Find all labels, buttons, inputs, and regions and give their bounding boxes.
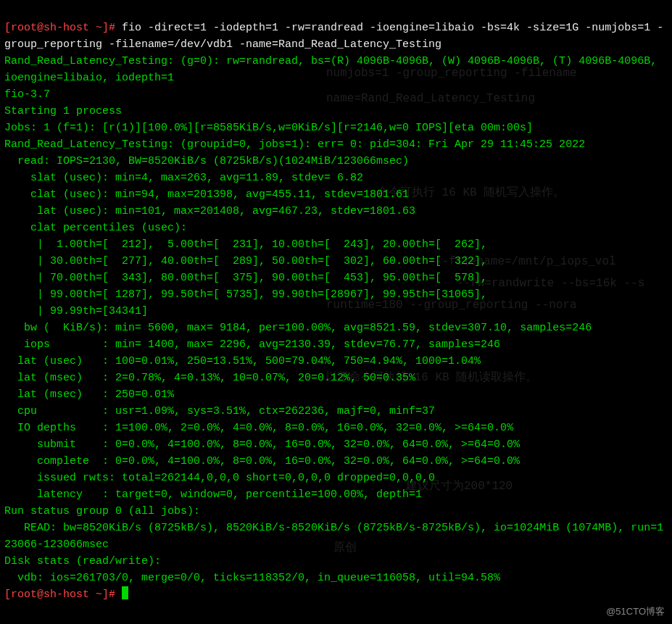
output-line: latency : target=0, window=0, percentile… xyxy=(4,486,668,503)
output-line: Starting 1 process xyxy=(4,103,668,120)
cursor xyxy=(122,586,128,599)
terminal-output[interactable]: [root@sh-host ~]# fio -direct=1 -iodepth… xyxy=(0,0,672,623)
output-line: Disk stats (read/write): xyxy=(4,553,668,570)
output-line: iops : min= 1400, max= 2296, avg=2130.39… xyxy=(4,336,668,353)
output-line: | 99.00th=[ 1287], 99.50th=[ 5735], 99.9… xyxy=(4,286,668,303)
output-line: slat (usec): min=4, max=263, avg=11.89, … xyxy=(4,170,668,186)
output-line: cpu : usr=1.09%, sys=3.51%, ctx=262236, … xyxy=(4,403,668,420)
output-line: READ: bw=8520KiB/s (8725kB/s), 8520KiB/s… xyxy=(4,520,668,553)
output-line: clat (usec): min=94, max=201398, avg=455… xyxy=(4,186,668,203)
watermark: @51CTO博客 xyxy=(606,603,665,620)
output-line: | 70.00th=[ 343], 80.00th=[ 375], 90.00t… xyxy=(4,270,668,286)
output-line: fio-3.7 xyxy=(4,86,668,103)
output-line: submit : 0=0.0%, 4=100.0%, 8=0.0%, 16=0.… xyxy=(4,436,668,453)
output-line: bw ( KiB/s): min= 5600, max= 9184, per=1… xyxy=(4,320,668,336)
output-line: Rand_Read_Latency_Testing: (groupid=0, j… xyxy=(4,136,668,153)
shell-prompt-2: [root@sh-host ~]# xyxy=(4,588,122,601)
output-line: read: IOPS=2130, BW=8520KiB/s (8725kB/s)… xyxy=(4,153,668,170)
output-line: issued rwts: total=262144,0,0,0 short=0,… xyxy=(4,470,668,486)
output-line: clat percentiles (usec): xyxy=(4,220,668,236)
output-line: | 1.00th=[ 212], 5.00th=[ 231], 10.00th=… xyxy=(4,236,668,253)
output-line: | 30.00th=[ 277], 40.00th=[ 289], 50.00t… xyxy=(4,253,668,270)
output-line: lat (msec) : 250=0.01% xyxy=(4,386,668,403)
output-line: | 99.99th=[34341] xyxy=(4,303,668,320)
output-line: Rand_Read_Latency_Testing: (g=0): rw=ran… xyxy=(4,53,668,86)
output-line: complete : 0=0.0%, 4=100.0%, 8=0.0%, 16=… xyxy=(4,453,668,470)
output-line: lat (usec) : 100=0.01%, 250=13.51%, 500=… xyxy=(4,353,668,370)
output-line: vdb: ios=261703/0, merge=0/0, ticks=1183… xyxy=(4,570,668,586)
output-line: lat (msec) : 2=0.78%, 4=0.13%, 10=0.07%,… xyxy=(4,370,668,386)
output-line: Jobs: 1 (f=1): [r(1)][100.0%][r=8585KiB/… xyxy=(4,120,668,136)
output-line: Run status group 0 (all jobs): xyxy=(4,503,668,520)
output-line: lat (usec): min=101, max=201408, avg=467… xyxy=(4,203,668,220)
shell-prompt: [root@sh-host ~]# xyxy=(4,22,122,34)
output-line: IO depths : 1=100.0%, 2=0.0%, 4=0.0%, 8=… xyxy=(4,420,668,436)
